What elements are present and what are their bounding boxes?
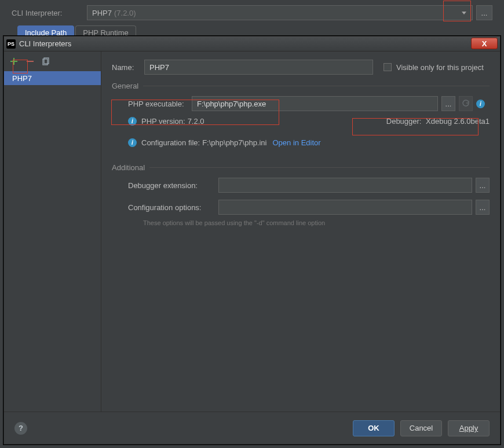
ellipsis-icon: ...	[445, 100, 452, 108]
minus-icon	[26, 57, 34, 65]
cli-interpreters-dialog: PS CLI Interpreters X PHP7	[3, 36, 501, 445]
config-file-label: Configuration file:	[141, 138, 200, 147]
ok-button[interactable]: OK	[353, 420, 395, 436]
php-executable-label: PHP executable:	[128, 100, 192, 108]
configuration-options-input[interactable]	[218, 200, 472, 215]
phpstorm-icon: PS	[6, 39, 16, 49]
add-interpreter-button[interactable]	[9, 56, 19, 67]
cli-interpreter-value: PHP7	[92, 9, 112, 17]
cli-interpreter-version: (7.2.0)	[114, 9, 136, 17]
debugger-value: Xdebug 2.6.0beta1	[426, 117, 490, 126]
name-label: Name:	[112, 63, 144, 72]
close-icon: X	[482, 39, 487, 48]
configuration-options-edit-button[interactable]: ...	[476, 200, 490, 215]
name-input[interactable]	[144, 60, 373, 75]
ellipsis-icon: ...	[481, 9, 488, 17]
additional-section-header: Additional	[112, 163, 490, 172]
apply-button[interactable]: Apply	[448, 420, 490, 436]
debugger-extension-input[interactable]	[218, 178, 472, 193]
visible-only-label: Visible only for this project	[396, 63, 484, 72]
php-version-label: PHP version:	[141, 117, 185, 126]
visible-only-checkbox[interactable]	[384, 63, 392, 71]
interpreter-details-panel: Name: Visible only for this project Gene…	[101, 52, 500, 412]
interpreter-list-panel: PHP7	[4, 52, 101, 412]
ellipsis-icon: ...	[480, 203, 486, 212]
copy-interpreter-button[interactable]	[41, 56, 52, 67]
php-executable-browse-button[interactable]: ...	[441, 96, 455, 111]
dialog-titlebar: PS CLI Interpreters X	[4, 36, 500, 52]
general-section-header: General	[112, 82, 490, 90]
debugger-label: Debugger:	[386, 117, 422, 126]
remove-interpreter-button[interactable]	[25, 56, 35, 67]
debugger-extension-browse-button[interactable]: ...	[476, 178, 490, 193]
chevron-down-icon	[459, 8, 469, 17]
debugger-extension-label: Debugger extension:	[128, 181, 218, 190]
cli-interpreter-label: CLI Interpreter:	[12, 9, 87, 17]
refresh-icon	[462, 100, 470, 108]
php-executable-input[interactable]	[192, 96, 438, 111]
reload-button[interactable]	[459, 96, 473, 111]
options-hint: These options will be passed using the "…	[143, 219, 490, 226]
config-file-value: F:\php\php7\php.ini	[202, 138, 266, 147]
ellipsis-icon: ...	[480, 181, 486, 190]
php-version-value: 7.2.0	[188, 117, 204, 126]
cli-interpreter-combo[interactable]: PHP7 (7.2.0)	[87, 5, 473, 20]
help-button[interactable]: ?	[14, 422, 27, 435]
cli-interpreter-browse-button[interactable]: ...	[476, 5, 492, 20]
configuration-options-label: Configuration options:	[128, 203, 218, 212]
info-icon: i	[128, 138, 137, 147]
plus-icon	[10, 57, 18, 65]
info-icon: i	[128, 117, 137, 126]
copy-icon	[42, 57, 50, 65]
close-button[interactable]: X	[471, 38, 498, 49]
open-in-editor-link[interactable]: Open in Editor	[272, 138, 320, 147]
info-icon[interactable]: i	[476, 100, 485, 108]
question-icon: ?	[19, 424, 23, 432]
interpreter-list-item[interactable]: PHP7	[4, 71, 101, 85]
cancel-button[interactable]: Cancel	[400, 420, 442, 436]
dialog-title: CLI Interpreters	[19, 39, 71, 48]
